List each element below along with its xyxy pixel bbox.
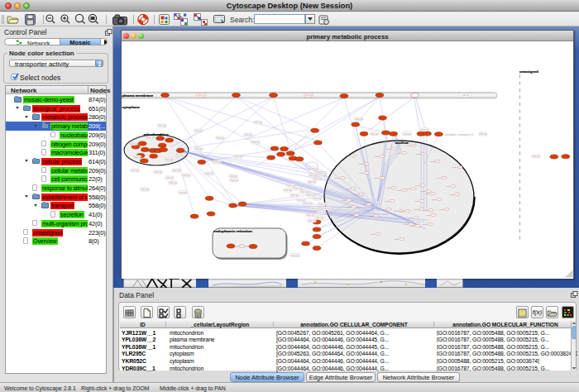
svg-text:tran sp: tran sp xyxy=(235,155,242,158)
svg-text:tran sp: tran sp xyxy=(132,169,139,172)
svg-text:tran sp: tran sp xyxy=(252,141,260,144)
svg-text:unassigned: unassigned xyxy=(519,69,538,74)
svg-text:tran sp: tran sp xyxy=(533,155,540,158)
svg-text:tran sp: tran sp xyxy=(316,216,323,219)
svg-text:tran sp: tran sp xyxy=(421,128,428,131)
svg-text:tran sp: tran sp xyxy=(141,188,149,191)
svg-text:plasma membrane: plasma membrane xyxy=(122,93,154,98)
svg-text:ncnd: ncnd xyxy=(414,208,419,211)
svg-text:tran sp: tran sp xyxy=(165,158,173,161)
svg-text:mitochondrion: mitochondrion xyxy=(144,132,169,136)
svg-text:ncnd: ncnd xyxy=(359,163,364,165)
svg-text:ncnd: ncnd xyxy=(452,166,457,169)
svg-text:tran sp: tran sp xyxy=(404,132,411,136)
svg-text:ncnd: ncnd xyxy=(375,155,380,158)
svg-text:ncnd: ncnd xyxy=(410,225,415,227)
svg-text:ncnd: ncnd xyxy=(361,203,366,206)
svg-text:tran sp: tran sp xyxy=(255,121,262,124)
svg-text:tran sp: tran sp xyxy=(462,93,470,97)
svg-text:ncnd: ncnd xyxy=(409,217,414,219)
svg-text:tran sp: tran sp xyxy=(179,191,187,194)
svg-text:tran sp: tran sp xyxy=(319,203,327,206)
svg-text:ncnd: ncnd xyxy=(381,208,386,211)
svg-text:tran sp: tran sp xyxy=(159,124,166,127)
svg-text:ncnd: ncnd xyxy=(425,193,430,195)
svg-text:tran sp: tran sp xyxy=(230,174,237,178)
svg-text:ncnd: ncnd xyxy=(375,177,380,179)
svg-text:ncnd: ncnd xyxy=(397,152,402,155)
svg-text:tran sp: tran sp xyxy=(305,93,313,97)
svg-text:ncnd: ncnd xyxy=(335,177,340,179)
svg-text:cytoplasm: cytoplasm xyxy=(122,105,140,109)
svg-text:ncnd: ncnd xyxy=(400,210,405,213)
svg-text:ncnd: ncnd xyxy=(371,233,376,236)
svg-text:ncnd: ncnd xyxy=(394,210,399,213)
svg-text:tran sp: tran sp xyxy=(213,160,221,164)
svg-text:ncnd: ncnd xyxy=(349,214,354,217)
svg-text:tran sp: tran sp xyxy=(134,155,141,159)
svg-text:ncnd: ncnd xyxy=(406,145,411,147)
svg-text:tran sp: tran sp xyxy=(292,254,299,257)
svg-text:tran sp: tran sp xyxy=(311,207,318,210)
svg-text:ncnd: ncnd xyxy=(446,185,451,188)
svg-text:ncnd: ncnd xyxy=(354,194,359,196)
svg-text:tran sp: tran sp xyxy=(323,207,331,210)
svg-text:ncnd: ncnd xyxy=(342,199,347,202)
svg-text:ncnd: ncnd xyxy=(416,153,421,155)
svg-text:tran sp: tran sp xyxy=(198,93,205,97)
svg-text:ncnd: ncnd xyxy=(397,189,402,192)
svg-text:ncnd: ncnd xyxy=(423,209,428,212)
svg-text:tran sp: tran sp xyxy=(231,179,238,182)
svg-text:tran sp: tran sp xyxy=(291,194,299,197)
svg-text:tran sp: tran sp xyxy=(309,219,316,222)
svg-text:ncnd: ncnd xyxy=(415,184,420,187)
svg-text:tran sp: tran sp xyxy=(170,181,177,184)
svg-text:ncnd: ncnd xyxy=(386,148,391,151)
svg-text:ncnd: ncnd xyxy=(426,214,431,217)
svg-text:-transport(-) -transport(-): -transport(-) -transport(-) tr xyxy=(444,133,473,136)
svg-text:ncnd: ncnd xyxy=(432,198,437,201)
svg-text:ncnd: ncnd xyxy=(404,223,409,226)
svg-text:tran sp: tran sp xyxy=(356,117,363,121)
svg-text:tran sp: tran sp xyxy=(318,211,325,214)
svg-text:tran sp: tran sp xyxy=(319,172,327,175)
svg-text:ncnd: ncnd xyxy=(385,200,390,203)
svg-text:tran sp: tran sp xyxy=(480,132,487,136)
svg-text:tran sp: tran sp xyxy=(131,142,138,146)
svg-text:tran sp: tran sp xyxy=(183,174,190,177)
svg-text:ncnd: ncnd xyxy=(450,194,455,196)
svg-text:tran sp: tran sp xyxy=(245,133,252,136)
svg-text:ncnd: ncnd xyxy=(414,200,419,203)
svg-text:ncnd: ncnd xyxy=(346,155,351,157)
svg-text:ncnd: ncnd xyxy=(359,172,364,174)
svg-text:ncnd: ncnd xyxy=(423,223,428,226)
svg-text:tran sp: tran sp xyxy=(298,198,305,202)
svg-text:tran sp: tran sp xyxy=(304,202,312,205)
svg-text:tran sp: tran sp xyxy=(285,189,292,192)
svg-text:ncnd: ncnd xyxy=(369,215,374,218)
svg-text:ncnd: ncnd xyxy=(395,238,400,241)
svg-text:tran sp: tran sp xyxy=(309,180,316,184)
svg-text:tran sp: tran sp xyxy=(195,129,203,132)
svg-text:nucleus: nucleus xyxy=(395,141,409,145)
svg-text:tran sp: tran sp xyxy=(217,136,224,140)
svg-text:ncnd: ncnd xyxy=(439,208,444,211)
svg-text:endoplasmic reticulum: endoplasmic reticulum xyxy=(213,229,252,233)
svg-text:tran sp: tran sp xyxy=(314,197,322,200)
svg-text:ncnd: ncnd xyxy=(406,188,411,190)
svg-text:tran sp: tran sp xyxy=(371,132,378,136)
svg-text:ncnd: ncnd xyxy=(437,177,442,179)
svg-text:ncnd: ncnd xyxy=(347,206,352,208)
svg-text:ncnd: ncnd xyxy=(386,187,391,189)
svg-text:ncnd: ncnd xyxy=(346,188,351,190)
svg-text:tran sp: tran sp xyxy=(307,213,314,217)
svg-text:tran sp: tran sp xyxy=(155,170,162,174)
svg-text:tran sp: tran sp xyxy=(173,169,180,172)
svg-text:tran sp: tran sp xyxy=(206,172,213,175)
svg-text:tran sp: tran sp xyxy=(195,147,203,151)
svg-text:ncnd: ncnd xyxy=(430,160,435,163)
svg-text:tran sp: tran sp xyxy=(166,176,174,179)
